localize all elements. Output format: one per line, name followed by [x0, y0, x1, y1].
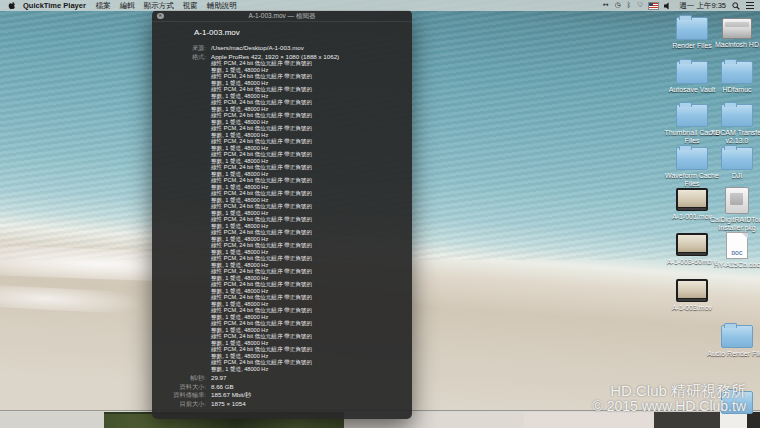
heart-icon[interactable]: ♡ — [637, 0, 643, 11]
notification-center-icon[interactable] — [746, 2, 754, 9]
folder-icon — [721, 61, 753, 84]
desktop-icon-macintosh-hd[interactable]: Macintosh HD — [703, 14, 760, 49]
desktop-icon-caldigit-installer[interactable]: CalDigitRAIDTool Installer.pkg — [703, 186, 760, 231]
menu-bar-status-area: ↔ ◷ ᛒ ♡ 週一 上午9:35 — [603, 0, 760, 11]
data-size-row: 資料大小: 8.66 GB — [160, 383, 404, 390]
input-source-flag-icon[interactable] — [649, 3, 658, 9]
current-size-row: 目前大小: 1875 × 1054 — [160, 400, 404, 407]
inspector-title-bar[interactable]: ✕ A-1-003.mov — 檢閱器 — [152, 10, 412, 22]
close-icon[interactable]: ✕ — [157, 13, 164, 20]
doc-icon: DOC — [726, 232, 748, 259]
source-label: 來源: — [160, 44, 211, 51]
desktop-icon-a1003-mov[interactable]: A-1-003.mov — [658, 277, 726, 312]
apple-menu[interactable] — [8, 1, 16, 10]
desktop-icon-audio-render-files[interactable]: Audio Render Files — [703, 322, 760, 358]
current-size-value: 1875 × 1054 — [211, 400, 404, 407]
menu-file[interactable]: 檔案 — [96, 1, 111, 11]
format-video-line: Apple ProRes 422, 1920 × 1080 (1888 x 10… — [211, 53, 404, 60]
watermark-line1: HD.Club 精研視務所 — [593, 383, 746, 399]
fps-row: 幀/秒: 29.97 — [160, 374, 404, 381]
watermark: HD.Club 精研視務所 © 2015 www.HD.Club.tw — [593, 383, 746, 414]
desktop: QuickTime Player 檔案 編輯 顯示方式 視窗 輔助說明 ↔ ◷ … — [0, 0, 760, 428]
current-size-label: 目前大小: — [160, 400, 211, 407]
menu-bar: QuickTime Player 檔案 編輯 顯示方式 視窗 輔助說明 ↔ ◷ … — [0, 0, 760, 11]
inspector-window-title: A-1-003.mov — 檢閱器 — [152, 10, 412, 21]
watermark-line2: © 2015 www.HD.Club.tw — [593, 399, 746, 414]
menu-help[interactable]: 輔助說明 — [207, 1, 237, 11]
menu-view[interactable]: 顯示方式 — [144, 1, 174, 11]
desktop-icon-xdcam-transfer[interactable]: XDCAM Transfer v2.13.0 — [703, 101, 760, 144]
desktop-icon-hy-a15cb-doc[interactable]: DOC HY-A15Cb.doc — [703, 231, 760, 269]
window-peek-wall — [524, 412, 654, 428]
fps-value: 29.97 — [211, 374, 404, 381]
app-menu-title[interactable]: QuickTime Player — [23, 1, 86, 10]
window-peek-wall — [0, 412, 104, 428]
folder-icon — [721, 147, 753, 170]
hard-drive-icon — [722, 18, 752, 39]
audio-track-list: 線性 PCM, 24 bit 低位元組序 帶正負號的整數, 1 聲道, 4800… — [211, 60, 404, 372]
data-size-label: 資料大小: — [160, 383, 211, 390]
inspector-body: 來源: /Users/mac/Desktop/A-1-003.mov 格式: A… — [152, 37, 412, 407]
bluetooth-icon[interactable]: ᛒ — [627, 0, 631, 11]
window-peek-light-gap — [720, 412, 747, 428]
video-thumbnail-icon — [676, 279, 708, 302]
source-value: /Users/mac/Desktop/A-1-003.mov — [211, 44, 404, 51]
inspector-stats: 幀/秒: 29.97 資料大小: 8.66 GB 資料傳輸率: 185.67 M… — [160, 374, 404, 407]
window-peek-dark — [747, 412, 760, 428]
apple-logo-icon — [8, 1, 16, 10]
desktop-icon-hdfamuc[interactable]: HDfamuc — [703, 58, 760, 94]
package-icon — [725, 187, 749, 214]
data-rate-label: 資料傳輸率: — [160, 391, 211, 398]
format-value: Apple ProRes 422, 1920 × 1080 (1888 x 10… — [211, 53, 404, 372]
folder-icon — [721, 104, 753, 127]
data-rate-row: 資料傳輸率: 185.67 Mbit/秒 — [160, 391, 404, 398]
desktop-icon-dji[interactable]: DJI — [703, 144, 760, 180]
window-peek-dark — [654, 412, 720, 428]
menu-edit[interactable]: 編輯 — [120, 1, 135, 11]
fps-label: 幀/秒: — [160, 374, 211, 381]
time-machine-icon[interactable]: ◷ — [615, 0, 621, 11]
data-rate-value: 185.67 Mbit/秒 — [211, 391, 404, 398]
source-row: 來源: /Users/mac/Desktop/A-1-003.mov — [160, 44, 404, 51]
display-arrows-icon[interactable]: ↔ — [603, 0, 609, 11]
inspector-window: ✕ A-1-003.mov — 檢閱器 A-1-003.mov 來源: /Use… — [152, 10, 412, 419]
format-label: 格式: — [160, 53, 211, 372]
spotlight-icon[interactable] — [732, 2, 740, 10]
volume-icon[interactable] — [664, 2, 673, 10]
menu-bar-clock[interactable]: 週一 上午9:35 — [679, 1, 726, 11]
menu-window[interactable]: 視窗 — [183, 1, 198, 11]
data-size-value: 8.66 GB — [211, 383, 404, 390]
inspector-file-name: A-1-003.mov — [194, 28, 412, 37]
folder-icon — [721, 325, 753, 348]
format-row: 格式: Apple ProRes 422, 1920 × 1080 (1888 … — [160, 53, 404, 372]
